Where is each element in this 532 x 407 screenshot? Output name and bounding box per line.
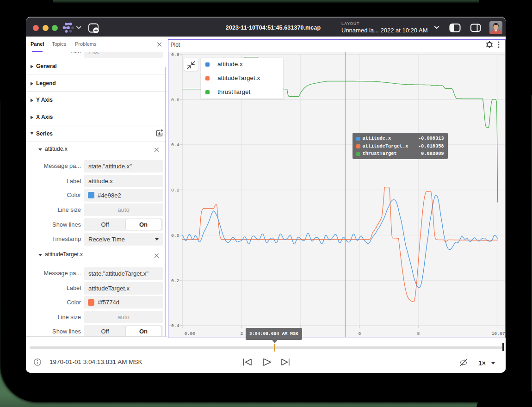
svg-text:2: 2 [240,331,243,336]
svg-text:0.0: 0.0 [171,233,179,238]
svg-text:10.67: 10.67 [491,331,505,336]
svg-text:6: 6 [358,331,361,336]
svg-text:-0.4: -0.4 [168,323,179,328]
svg-text:0.4: 0.4 [171,142,179,148]
svg-text:8: 8 [417,331,420,336]
svg-text:0.8: 0.8 [171,52,179,57]
svg-text:0.00: 0.00 [184,331,195,336]
svg-text:0.6: 0.6 [171,97,179,102]
svg-text:0.2: 0.2 [171,188,179,193]
svg-text:-0.2: -0.2 [168,278,179,283]
